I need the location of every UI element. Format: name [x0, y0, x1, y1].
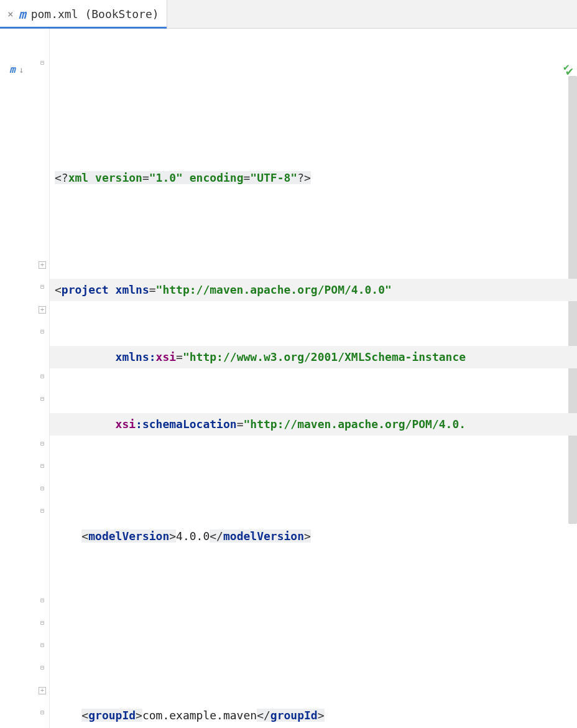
- xml-decl-close: ?>: [297, 171, 311, 184]
- text: com.example.maven: [142, 709, 257, 722]
- fold-toggle-icon[interactable]: ⊟: [39, 396, 46, 403]
- code-line[interactable]: [55, 592, 577, 615]
- attr-value: "1.0": [149, 171, 183, 184]
- fold-expand-icon[interactable]: +: [39, 687, 46, 694]
- code-editor[interactable]: ✔ <?xml version="1.0" encoding="UTF-8"?>…: [50, 29, 577, 728]
- close-icon[interactable]: ×: [7, 8, 14, 20]
- arrow-down-icon: ↓: [19, 65, 24, 75]
- fold-toggle-icon[interactable]: ⊟: [39, 508, 46, 515]
- fold-toggle-icon[interactable]: ⊟: [39, 485, 46, 493]
- tab-bar: × m pom.xml (BookStore): [0, 0, 577, 29]
- fold-close-icon[interactable]: ⊟: [39, 665, 46, 672]
- attr: schemaLocation: [142, 418, 237, 431]
- fold-close-icon[interactable]: ⊟: [39, 709, 46, 717]
- editor-gutter[interactable]: m ↓ ⊟ + ⊟ + ⊟ ⊟ ⊟ ⊟ ⊟ ⊟ ⊟ ⊟ ⊟ ⊟ ⊟ + ⊟: [0, 29, 50, 728]
- tag-close: modelVersion: [223, 530, 304, 543]
- attr: xmlns:: [116, 350, 156, 363]
- code-line[interactable]: <modelVersion>4.0.0</modelVersion>: [55, 525, 577, 548]
- code-line[interactable]: xsi:schemaLocation="http://maven.apache.…: [50, 413, 577, 436]
- code-line[interactable]: <?xml version="1.0" encoding="UTF-8"?>: [55, 167, 577, 189]
- ns: xsi: [116, 418, 136, 431]
- attr-value: "UTF-8": [250, 171, 297, 184]
- xml-decl-open: <?: [55, 171, 68, 184]
- editor-tab[interactable]: × m pom.xml (BookStore): [0, 0, 167, 28]
- fold-close-icon[interactable]: ⊟: [39, 597, 46, 605]
- code-line[interactable]: <groupId>com.example.maven</groupId>: [55, 704, 577, 727]
- xml-decl-name: xml: [68, 171, 89, 184]
- fold-toggle-icon[interactable]: ⊟: [39, 60, 46, 67]
- fold-close-icon[interactable]: ⊟: [39, 441, 46, 448]
- code-line[interactable]: <project xmlns="http://maven.apache.org/…: [50, 279, 577, 301]
- ns: xsi: [156, 350, 177, 363]
- attr: version: [95, 171, 142, 184]
- fold-close-icon[interactable]: ⊟: [39, 463, 46, 470]
- tag: groupId: [88, 709, 136, 722]
- attr: encoding: [190, 171, 244, 184]
- tag: modelVersion: [88, 530, 169, 543]
- fold-expand-icon[interactable]: +: [39, 261, 46, 269]
- attr-value: "http://maven.apache.org/POM/4.0.0": [156, 283, 392, 296]
- fold-toggle-icon[interactable]: ⊟: [39, 373, 46, 381]
- text: 4.0.0: [176, 530, 210, 543]
- fold-toggle-icon[interactable]: ⊟: [39, 329, 46, 336]
- fold-close-icon[interactable]: ⊟: [39, 642, 46, 650]
- tag: project: [62, 283, 109, 296]
- code-line[interactable]: xmlns:xsi="http://www.w3.org/2001/XMLSch…: [50, 346, 577, 368]
- fold-close-icon[interactable]: ⊟: [39, 620, 46, 627]
- maven-icon: m: [19, 7, 26, 22]
- tab-title: pom.xml (BookStore): [31, 7, 159, 21]
- attr-value: "http://maven.apache.org/POM/4.0.: [243, 418, 466, 431]
- attr: xmlns: [116, 283, 149, 296]
- fold-expand-icon[interactable]: +: [39, 306, 46, 314]
- fold-toggle-icon[interactable]: ⊟: [39, 284, 46, 291]
- attr-value: "http://www.w3.org/2001/XMLSchema-instan…: [183, 350, 466, 363]
- maven-gutter-icon[interactable]: m: [9, 63, 16, 75]
- colon: :: [136, 418, 142, 431]
- tag-close: groupId: [270, 709, 318, 722]
- editor-area: m ↓ ⊟ + ⊟ + ⊟ ⊟ ⊟ ⊟ ⊟ ⊟ ⊟ ⊟ ⊟ ⊟ ⊟ + ⊟ ✔ …: [0, 29, 577, 728]
